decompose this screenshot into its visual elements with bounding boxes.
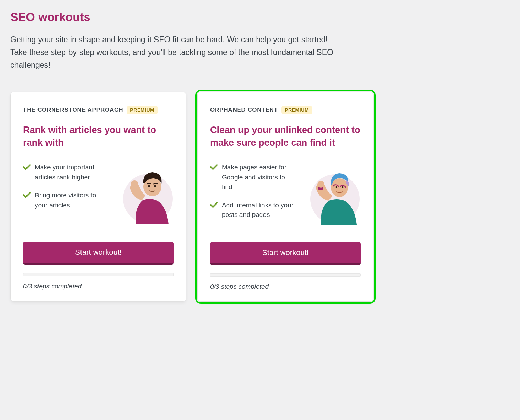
svg-point-3	[148, 185, 150, 187]
progress-bar	[210, 273, 361, 277]
start-workout-button[interactable]: Start workout!	[23, 242, 174, 265]
card-label: ORPHANED CONTENT	[210, 107, 278, 113]
svg-point-9	[336, 186, 337, 188]
benefits-list: Make your important articles rank higher…	[23, 163, 110, 228]
check-icon	[210, 202, 218, 209]
list-item: Make your important articles rank higher	[23, 163, 110, 182]
premium-badge: PREMIUM	[281, 106, 312, 114]
benefit-text: Make your important articles rank higher	[35, 163, 110, 182]
card-title: Clean up your unlinked content to make s…	[210, 124, 361, 149]
list-item: Add internal links to your posts and pag…	[210, 200, 297, 220]
page-intro: Getting your site in shape and keeping i…	[10, 33, 340, 71]
card-header: THE CORNERSTONE APPROACH PREMIUM	[23, 106, 174, 114]
benefit-text: Bring more visitors to your articles	[35, 190, 110, 210]
benefit-text: Add internal links to your posts and pag…	[222, 200, 297, 220]
card-title: Rank with articles you want to rank with	[23, 124, 174, 149]
page-title: SEO workouts	[10, 10, 510, 24]
progress-text: 0/3 steps completed	[210, 283, 361, 290]
card-label: THE CORNERSTONE APPROACH	[23, 107, 123, 113]
progress-text: 0/3 steps completed	[23, 283, 174, 290]
card-body: Make pages easier for Google and visitor…	[210, 163, 361, 228]
progress-bar	[23, 273, 174, 276]
svg-point-7	[317, 181, 324, 188]
check-icon	[23, 192, 31, 199]
svg-point-1	[131, 180, 138, 188]
start-workout-button[interactable]: Start workout!	[210, 242, 361, 265]
list-item: Make pages easier for Google and visitor…	[210, 163, 297, 192]
card-header: ORPHANED CONTENT PREMIUM	[210, 106, 361, 114]
benefit-text: Make pages easier for Google and visitor…	[222, 163, 297, 192]
check-icon	[23, 164, 31, 172]
check-icon	[210, 164, 218, 172]
person-flex-female-icon	[302, 166, 361, 225]
card-body: Make your important articles rank higher…	[23, 163, 174, 228]
premium-badge: PREMIUM	[127, 106, 158, 114]
svg-point-4	[154, 185, 156, 187]
list-item: Bring more visitors to your articles	[23, 190, 110, 210]
cornerstone-card: THE CORNERSTONE APPROACH PREMIUM Rank wi…	[10, 92, 186, 301]
benefits-list: Make pages easier for Google and visitor…	[210, 163, 297, 228]
orphaned-content-card: ORPHANED CONTENT PREMIUM Clean up your u…	[197, 92, 373, 301]
person-flex-male-icon	[115, 166, 174, 224]
workout-cards: THE CORNERSTONE APPROACH PREMIUM Rank wi…	[10, 92, 510, 301]
svg-point-10	[342, 186, 344, 188]
